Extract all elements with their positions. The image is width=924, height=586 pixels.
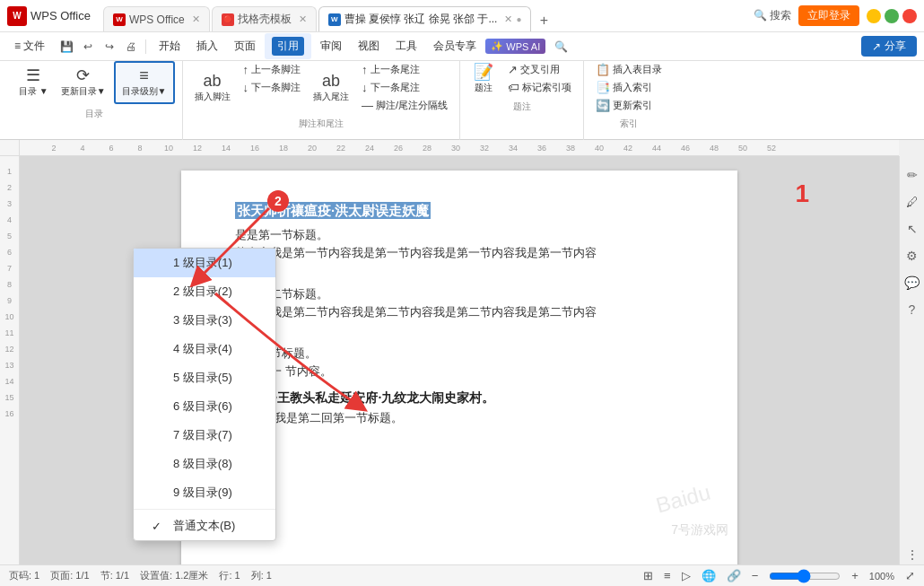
right-tool-settings[interactable]: ⚙ — [902, 246, 922, 266]
menu-bar: ≡ 文件 💾 ↩ ↪ 🖨 开始 插入 页面 引用 审阅 视图 工具 会员专享 ✨… — [0, 32, 924, 61]
normal-check: ✓ — [152, 520, 166, 533]
level1-label: 1 级目录(1) — [173, 255, 232, 271]
footnote-buttons: ab 插入脚注 ↑ 上一条脚注 ↓ 下一条脚注 ab 插入尾注 — [190, 61, 453, 114]
watermark2: 7号游戏网 — [671, 522, 728, 538]
fullscreen-icon[interactable]: ⤢ — [905, 569, 915, 582]
link-icon[interactable]: 🔗 — [727, 569, 741, 582]
insert-footnote-button[interactable]: ab 插入脚注 — [190, 61, 235, 114]
align-icon[interactable]: ≡ — [664, 569, 671, 582]
update-index-button[interactable]: 🔄 更新索引 — [591, 97, 667, 114]
dropdown-level4[interactable]: 4 级目录(4) — [134, 335, 275, 363]
insert-endnote-button[interactable]: ab 插入尾注 — [309, 61, 353, 114]
vertical-ruler: 1 2 3 4 5 6 7 8 9 10 11 12 13 14 15 16 — [0, 156, 20, 564]
tab-wps-close[interactable]: ✕ — [192, 13, 200, 25]
dropdown-level7[interactable]: 7 级目录(7) — [134, 421, 275, 450]
print-icon[interactable]: 🖨 — [122, 38, 140, 56]
next-footnote-button[interactable]: ↓ 下一条脚注 — [239, 79, 306, 96]
insert-footnote-label: 插入脚注 — [195, 91, 231, 103]
cross-ref-button[interactable]: ↗ 交叉引用 — [503, 61, 576, 78]
cross-ref-icon: ↗ — [508, 63, 518, 76]
wps-ai-button[interactable]: ✨ WPS AI — [485, 39, 545, 54]
menu-file[interactable]: ≡ 文件 — [7, 35, 52, 57]
menu-vip[interactable]: 会员专享 — [426, 35, 484, 57]
next-endnote-button[interactable]: ↓ 下一条尾注 — [357, 79, 452, 96]
right-tool-pen[interactable]: ✏ — [902, 165, 922, 185]
close-button[interactable] — [902, 9, 917, 23]
menu-insert[interactable]: 插入 — [189, 35, 225, 57]
prev-footnote-icon: ↑ — [243, 63, 249, 76]
ruler-numbers: 1 2 3 4 5 6 7 8 9 10 11 12 13 14 15 16 — [0, 156, 19, 422]
right-tool-comment[interactable]: 💬 — [902, 273, 922, 293]
maximize-button[interactable] — [885, 9, 899, 23]
tab-template[interactable]: 🔴 找格壳模板 ✕ — [212, 6, 317, 31]
toc-level-button[interactable]: ≡ 目录级别▼ — [118, 65, 171, 101]
save-icon[interactable]: 💾 — [57, 38, 75, 56]
watermark: Baidu — [653, 480, 713, 519]
doc-chapter-title: 张天师祈禳瘟疫·洪太尉误走妖魔 — [235, 203, 431, 220]
toc-button[interactable]: ☰ 目录 ▼ — [14, 65, 53, 101]
prev-endnote-icon: ↑ — [362, 63, 368, 76]
search-box[interactable]: 🔍 搜索 — [754, 8, 791, 23]
section3-heading: 是第三节标题。 — [235, 345, 684, 362]
menu-view[interactable]: 视图 — [351, 35, 387, 57]
dropdown-level9[interactable]: 9 级目录(9) — [134, 478, 275, 507]
update-toc-icon: ⟳ — [76, 67, 90, 83]
right-toolbar: ✏ 🖊 ↖ ⚙ 💬 ? ⋮ — [899, 156, 924, 564]
menu-search[interactable]: 🔍 — [547, 37, 575, 57]
right-tool-more[interactable]: ⋮ — [902, 545, 922, 564]
caption-icon: 📝 — [474, 64, 493, 80]
menu-tools[interactable]: 工具 — [388, 35, 424, 57]
menu-home[interactable]: 开始 — [152, 35, 187, 57]
undo-icon[interactable]: ↩ — [79, 38, 97, 56]
globe-icon[interactable]: 🌐 — [702, 569, 716, 582]
ruler-num-2: 2 — [0, 179, 19, 196]
menu-page[interactable]: 页面 — [227, 35, 263, 57]
right-tool-select[interactable]: ↖ — [902, 219, 922, 239]
right-tool-highlight[interactable]: 🖊 — [902, 192, 922, 212]
next-endnote-label: 下一条尾注 — [370, 81, 420, 94]
layout-icon[interactable]: ⊞ — [643, 569, 653, 582]
play-icon[interactable]: ▷ — [682, 569, 691, 582]
tab-wps[interactable]: W WPS Office ✕ — [103, 6, 210, 31]
menu-ref[interactable]: 引用 — [265, 33, 311, 59]
redo-icon[interactable]: ↪ — [100, 38, 118, 56]
menu-file-label: ≡ 文件 — [14, 39, 45, 54]
tab-template-close[interactable]: ✕ — [299, 13, 307, 25]
level9-label: 9 级目录(9) — [173, 485, 232, 501]
zoom-slider[interactable] — [769, 569, 841, 583]
mark-caption-button[interactable]: 🏷 标记索引项 — [503, 79, 576, 96]
doc-area: 2 4 6 8 10 12 14 16 18 20 22 — [0, 140, 924, 564]
ruler-num-3: 3 — [0, 196, 19, 212]
insert-toc-button[interactable]: 📋 插入表目录 — [591, 61, 667, 78]
footnote-divider-label: 脚注/尾注分隔线 — [376, 99, 448, 112]
prev-footnote-button[interactable]: ↑ 上一条脚注 — [239, 61, 306, 78]
dropdown-level5[interactable]: 5 级目录(5) — [134, 363, 275, 392]
ruler-corner — [0, 140, 20, 156]
wps-logo-icon[interactable]: W — [7, 6, 27, 26]
dropdown-level3[interactable]: 3 级目录(3) — [134, 306, 275, 335]
cross-ref-label: 交叉引用 — [520, 63, 560, 76]
menu-divider — [145, 39, 146, 54]
dropdown-normal-text[interactable]: ✓ 普通文本(B) — [134, 512, 275, 540]
dropdown-level8[interactable]: 8 级目录(8) — [134, 450, 275, 478]
dropdown-level1[interactable]: 1 级目录(1) — [134, 249, 275, 277]
dropdown-level2[interactable]: 2 级目录(2) — [134, 277, 275, 306]
update-toc-button[interactable]: ⟳ 更新目录▼ — [57, 65, 110, 101]
insert-index-button[interactable]: 📑 插入索引 — [591, 79, 667, 96]
prev-endnote-button[interactable]: ↑ 上一条尾注 — [357, 61, 452, 78]
right-tool-help[interactable]: ? — [902, 300, 922, 319]
minimize-button[interactable] — [867, 9, 881, 23]
menu-review[interactable]: 审阅 — [313, 35, 349, 57]
ruler-num-12: 12 — [0, 341, 19, 357]
tab-doc[interactable]: W 曹操 夏侯惇 张辽 徐晃 张郃 于... ✕ ● — [318, 6, 532, 31]
caption-button[interactable]: 📝 题注 — [467, 61, 500, 97]
tab-doc-close[interactable]: ✕ — [504, 13, 512, 25]
footnote-divider-button[interactable]: — 脚注/尾注分隔线 — [357, 97, 452, 114]
zoom-minus-icon[interactable]: − — [752, 569, 759, 582]
status-pages: 页面: 1/1 — [50, 569, 89, 582]
zoom-plus-icon[interactable]: + — [851, 569, 859, 582]
tab-add-button[interactable]: + — [533, 10, 554, 31]
share-button[interactable]: ↗ 分享 — [861, 36, 917, 57]
login-button[interactable]: 立即登录 — [798, 5, 859, 26]
dropdown-level6[interactable]: 6 级目录(6) — [134, 392, 275, 421]
